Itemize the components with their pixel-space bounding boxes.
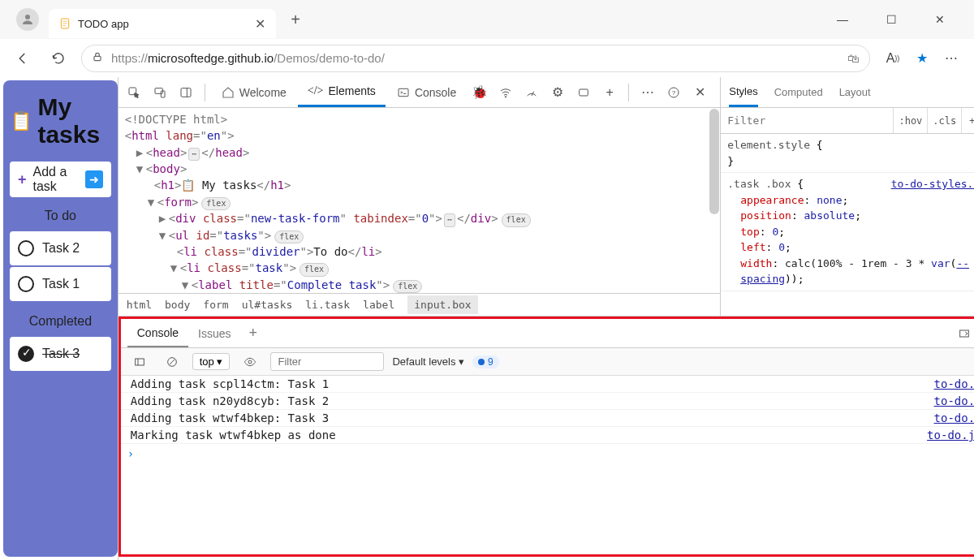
log-levels[interactable]: Default levels ▾ [392, 355, 464, 368]
task-item[interactable]: Task 1 [10, 267, 111, 301]
settings-gear-icon[interactable]: ⚙ [545, 80, 570, 105]
styles-filter-input[interactable] [721, 108, 893, 133]
checkbox-icon[interactable] [18, 276, 34, 292]
crumb[interactable]: ul#tasks [242, 299, 293, 311]
drawer-tab-console[interactable]: Console [127, 320, 188, 347]
log-row: Adding task n20yd8cyb: Task 2to-do.js:98 [121, 393, 974, 410]
network-conditions-icon[interactable] [493, 80, 518, 105]
tab-layout[interactable]: Layout [839, 79, 871, 106]
inspect-element-icon[interactable] [122, 80, 146, 105]
log-row: Adding task wtwf4bkep: Task 3to-do.js:98 [121, 410, 974, 427]
bug-icon[interactable]: 🐞 [468, 80, 492, 105]
panel-icon[interactable] [571, 80, 596, 105]
task-item[interactable]: Task 3 [10, 337, 111, 371]
tab-console[interactable]: Console [387, 78, 466, 107]
minimize-button[interactable]: — [828, 6, 857, 32]
tab-computed[interactable]: Computed [774, 79, 823, 106]
lock-icon [92, 51, 103, 65]
submit-arrow-icon[interactable]: ➜ [85, 170, 103, 188]
browser-tab[interactable]: TODO app ✕ [49, 9, 276, 38]
dom-tree[interactable]: <!DOCTYPE html> <html lang="en"> ▶<head>… [119, 108, 721, 293]
crumb[interactable]: html [127, 299, 152, 311]
issues-badge[interactable]: 9 [472, 355, 499, 368]
device-emulation-icon[interactable] [148, 80, 172, 105]
drawer-tab-issues[interactable]: Issues [188, 321, 240, 347]
log-row: Adding task scpl14ctm: Task 1to-do.js:98 [121, 376, 974, 393]
style-rule[interactable]: element.style {} [721, 134, 974, 173]
svg-point-33 [248, 360, 252, 364]
styles-sidebar: Styles Computed Layout ⌄ :hov .cls + ele… [720, 77, 974, 316]
checkbox-icon[interactable] [18, 240, 34, 256]
add-tab-icon[interactable]: + [597, 80, 622, 105]
task-label: Task 1 [42, 277, 80, 291]
url-text: https://microsoftedge.github.io/Demos/de… [111, 51, 839, 65]
style-rule[interactable]: to-do-styles.css:108 .task .box { appear… [721, 173, 974, 291]
drawer-add-tab-icon[interactable]: + [241, 325, 266, 342]
help-icon[interactable]: ? [662, 80, 686, 105]
performance-icon[interactable] [519, 80, 544, 105]
svg-rect-5 [94, 56, 101, 60]
address-bar[interactable]: https://microsoftedge.github.io/Demos/de… [81, 45, 870, 72]
section-todo: To do [10, 204, 111, 225]
source-link[interactable]: to-do.js:98 [934, 411, 974, 424]
cls-toggle[interactable]: .cls [927, 108, 961, 133]
console-prompt[interactable]: › [121, 444, 974, 463]
hov-toggle[interactable]: :hov [893, 108, 927, 133]
more-icon[interactable]: ⋯ [636, 80, 660, 105]
tab-title: TODO app [78, 18, 247, 30]
devtools: Welcome </>Elements Console 🐞 ⚙ + ⋯ ? ✕ [118, 77, 974, 560]
crumb-selected[interactable]: input.box [407, 295, 477, 314]
close-devtools-icon[interactable]: ✕ [687, 80, 712, 105]
add-task-label: Add a task [33, 165, 79, 194]
checkbox-checked-icon[interactable] [18, 346, 34, 362]
context-selector[interactable]: top ▾ [192, 353, 231, 370]
app-panel: My tasks + Add a task ➜ To do Task 2 Tas… [3, 80, 118, 557]
task-label: Task 2 [42, 241, 80, 256]
shopping-icon[interactable]: 🛍 [847, 51, 860, 65]
read-aloud-button[interactable]: A)) [880, 45, 906, 71]
close-window-button[interactable]: ✕ [925, 6, 955, 32]
tab-elements[interactable]: </>Elements [298, 78, 386, 107]
source-link[interactable]: to-do.js:125 [927, 429, 974, 442]
add-task-button[interactable]: + Add a task ➜ [10, 162, 111, 197]
dock-icon[interactable] [174, 80, 198, 105]
drawer-expand-icon[interactable] [952, 321, 974, 346]
clear-console-icon[interactable] [160, 350, 184, 374]
tab-styles[interactable]: Styles [729, 78, 757, 107]
scrollbar-icon[interactable] [709, 109, 719, 214]
svg-text:?: ? [672, 88, 676, 96]
new-tab-button[interactable]: + [282, 6, 308, 32]
maximize-button[interactable]: ☐ [877, 6, 906, 32]
crumb[interactable]: label [363, 299, 394, 311]
window-controls: — ☐ ✕ [828, 6, 968, 32]
console-filter-input[interactable] [270, 352, 384, 371]
eye-icon[interactable] [238, 350, 262, 374]
svg-rect-8 [18, 111, 25, 114]
source-link[interactable]: to-do-styles.css:108 [891, 176, 974, 192]
notepad-icon [58, 17, 71, 30]
new-rule-icon[interactable]: + [961, 108, 974, 133]
console-log[interactable]: Adding task scpl14ctm: Task 1to-do.js:98… [121, 376, 974, 554]
tab-strip: TODO app ✕ + — ☐ ✕ [0, 0, 974, 39]
svg-line-32 [169, 359, 175, 364]
console-drawer: Console Issues + top ▾ Default levels ▾ … [119, 317, 974, 557]
task-item[interactable]: Task 2 [10, 231, 111, 265]
crumb[interactable]: li.task [305, 299, 350, 311]
refresh-button[interactable] [45, 45, 71, 71]
source-link[interactable]: to-do.js:98 [934, 377, 974, 390]
favorite-button[interactable]: ★ [909, 45, 935, 71]
crumb[interactable]: form [203, 299, 228, 311]
profile-avatar[interactable] [16, 8, 39, 31]
task-label: Task 3 [42, 347, 80, 361]
nav-bar: https://microsoftedge.github.io/Demos/de… [0, 39, 974, 77]
dom-breadcrumb[interactable]: html body form ul#tasks li.task label in… [119, 293, 721, 316]
tab-welcome[interactable]: Welcome [212, 78, 296, 107]
source-link[interactable]: to-do.js:98 [934, 394, 974, 407]
close-tab-icon[interactable]: ✕ [253, 17, 266, 30]
app-title: My tasks [37, 93, 107, 149]
crumb[interactable]: body [165, 299, 190, 311]
console-sidebar-icon[interactable] [127, 350, 152, 374]
back-button[interactable] [10, 45, 36, 71]
svg-rect-16 [181, 88, 191, 97]
more-button[interactable]: ⋯ [938, 45, 964, 71]
